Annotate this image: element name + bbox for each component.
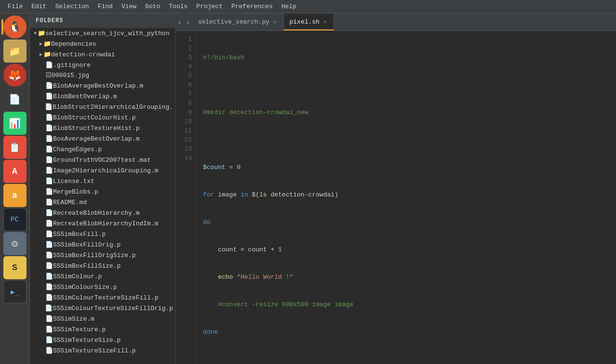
menu-file[interactable]: File — [4, 2, 27, 11]
file-label: BlobBestOverlap.m — [53, 93, 117, 100]
tab-close-selective-search[interactable]: ✕ — [272, 18, 278, 26]
tree-gitignore[interactable]: 📄 .gitignore — [30, 60, 175, 70]
tree-BlobAverageBestOverlap[interactable]: 📄 BlobAverageBestOverlap.m — [30, 80, 175, 91]
taskbar-terminal[interactable]: ▶_ — [3, 280, 27, 303]
tree-detection-crowdai[interactable]: ▶ 📁 detection-crowdai — [30, 49, 175, 60]
menu-view[interactable]: View — [118, 2, 140, 11]
taskbar-software-center[interactable]: A — [3, 160, 27, 183]
taskbar-pycharm[interactable]: PC — [3, 208, 27, 231]
menu-preferences[interactable]: Preferences — [228, 2, 277, 11]
taskbar-amazon[interactable]: a — [3, 184, 27, 207]
menubar: File Edit Selection Find View Goto Tools… — [0, 0, 616, 13]
tree-SSSimBoxFillOrig[interactable]: 📄 SSSimBoxFillOrig.p — [30, 239, 175, 250]
code-line-9: echo "Hello World !" — [203, 273, 610, 282]
taskbar-firefox[interactable]: 🦊 — [3, 64, 27, 87]
tab-next-button[interactable]: › — [184, 13, 192, 30]
file-label: SSSimColourTextureSizeFillOrig.p — [53, 305, 173, 312]
tree-ChangeEdges[interactable]: 📄 ChangeEdges.p — [30, 144, 175, 155]
taskbar-files[interactable]: 📁 — [3, 39, 27, 63]
taskbar-libreoffice-impress[interactable]: 📋 — [3, 136, 27, 159]
tree-SSSimColour[interactable]: 📄 SSSimColour.p — [30, 271, 175, 282]
image-icon: 🖼 — [45, 72, 52, 79]
tab-label-selective-search: selective_search.py — [198, 18, 269, 26]
menu-project[interactable]: Project — [192, 2, 227, 11]
tree-000015jpg[interactable]: 🖼 000015.jpg — [30, 70, 175, 80]
folder-label: Dependencies — [51, 40, 96, 48]
file-icon: 📄 — [45, 262, 53, 270]
file-label: SSSimBoxFill.p — [53, 231, 106, 238]
tab-pixel-sh[interactable]: pixel.sh ✕ — [284, 13, 334, 30]
folder-icon: 📁 — [38, 29, 45, 37]
file-label: BlobAverageBestOverlap.m — [53, 82, 143, 90]
code-content[interactable]: #!/bin/bash #mkdir detection-crowdai_new… — [197, 31, 616, 364]
code-line-12 — [203, 355, 610, 364]
tree-BlobStructColourHist[interactable]: 📄 BlobStructColourHist.p — [30, 112, 175, 123]
tab-selective-search[interactable]: selective_search.py ✕ — [192, 13, 284, 30]
file-icon: 📄 — [45, 294, 53, 301]
tree-SSSimColourSize[interactable]: 📄 SSSimColourSize.p — [30, 282, 175, 292]
folder-icon: 📁 — [43, 51, 51, 58]
menu-goto[interactable]: Goto — [141, 2, 164, 11]
taskbar-libreoffice-calc[interactable]: 📊 — [3, 112, 27, 135]
tree-README[interactable]: 📄 README.md — [30, 197, 175, 208]
tree-SSSimSize[interactable]: 📄 SSSimSize.m — [30, 313, 175, 324]
file-icon: 📄 — [45, 220, 53, 227]
tree-SSSimBoxFillOrigSize[interactable]: 📄 SSSimBoxFillOrigSize.p — [30, 250, 175, 260]
sidebar-header: FOLDERS — [30, 13, 175, 28]
tab-bar: ‹ › selective_search.py ✕ pixel.sh ✕ — [175, 13, 616, 31]
file-icon: 📄 — [45, 61, 53, 69]
menu-tools[interactable]: Tools — [165, 2, 191, 11]
tree-dependencies[interactable]: ▶ 📁 Dependencies — [30, 39, 175, 49]
tree-root-folder[interactable]: ▼ 📁 selective_search_ijcv_with_python — [30, 28, 175, 39]
taskbar-libreoffice-writer[interactable]: 📄 — [3, 88, 27, 111]
tree-SSSimTextureSize[interactable]: 📄 SSSimTextureSize.p — [30, 335, 175, 345]
file-label: README.md — [53, 199, 87, 206]
tree-RecreateBlobHierarchy[interactable]: 📄 RecreateBlobHierarchy.m — [30, 208, 175, 218]
file-label: ChangeEdges.p — [53, 146, 102, 153]
tree-SSSimColourTextureSizeFillOrig[interactable]: 📄 SSSimColourTextureSizeFillOrig.p — [30, 303, 175, 313]
taskbar: 🐧 📁 🦊 📄 📊 📋 A a PC ⚙ S ▶_ — [0, 13, 30, 364]
file-icon: 📄 — [45, 304, 53, 312]
tree-GroundTruthVOC[interactable]: 📄 GroundTruthVOC2007test.mat — [30, 155, 175, 165]
file-icon: 📄 — [45, 103, 53, 111]
tab-label-pixel-sh: pixel.sh — [290, 18, 320, 26]
tree-BoxAverageBestOverlap[interactable]: 📄 BoxAverageBestOverlap.m — [30, 133, 175, 144]
taskbar-ubuntu[interactable]: 🐧 — [3, 15, 27, 39]
tree-Image2Hierarchical[interactable]: 📄 Image2HierarchicalGrouping.m — [30, 165, 175, 176]
expand-arrow: ▶ — [40, 52, 42, 57]
tree-BlobStructTextureHist[interactable]: 📄 BlobStructTextureHist.p — [30, 123, 175, 133]
editor-area: ‹ › selective_search.py ✕ pixel.sh ✕ 1 2… — [175, 13, 616, 364]
tree-SSSimTexture[interactable]: 📄 SSSimTexture.p — [30, 324, 175, 335]
tree-License[interactable]: 📄 License.txt — [30, 176, 175, 186]
code-line-1: #!/bin/bash — [203, 53, 610, 62]
code-line-2 — [203, 80, 610, 90]
tab-close-pixel-sh[interactable]: ✕ — [322, 18, 328, 26]
folder-label: selective_search_ijcv_with_python — [45, 30, 169, 37]
file-label: GroundTruthVOC2007test.mat — [53, 156, 151, 164]
file-label: Image2HierarchicalGrouping.m — [53, 167, 158, 174]
file-label: SSSimColour.p — [53, 273, 102, 280]
tree-SSSimBoxFillSize[interactable]: 📄 SSSimBoxFillSize.p — [30, 260, 175, 271]
file-label: 000015.jpg — [52, 72, 89, 79]
code-editor[interactable]: 1 2 3 4 5 6 7 8 9 10 11 12 13 14 #!/bin/… — [175, 31, 616, 364]
menu-help[interactable]: Help — [278, 2, 300, 11]
menu-edit[interactable]: Edit — [27, 2, 50, 11]
file-label: SSSimColourSize.p — [53, 284, 117, 291]
menu-find[interactable]: Find — [94, 2, 117, 11]
tab-prev-button[interactable]: ‹ — [175, 13, 184, 30]
file-label: SSSimTextureSize.p — [53, 337, 121, 344]
tree-SSSimColourTextureSizeFill[interactable]: 📄 SSSimColourTextureSizeFill.p — [30, 292, 175, 303]
file-label: SSSimBoxFillOrigSize.p — [53, 252, 136, 259]
tree-SSSimBoxFill[interactable]: 📄 SSSimBoxFill.p — [30, 229, 175, 239]
menu-selection[interactable]: Selection — [51, 2, 93, 11]
code-line-3: #mkdir detection-crowdai_new — [203, 108, 610, 117]
taskbar-settings[interactable]: ⚙ — [3, 232, 27, 255]
taskbar-sketch[interactable]: S — [3, 256, 27, 279]
tree-SSSimTextureSizeFill[interactable]: 📄 SSSimTextureSizeFill.p — [30, 345, 175, 356]
tree-BlobStruct2Hierarchical[interactable]: 📄 BlobStruct2HierarchicalGrouping. — [30, 102, 175, 112]
tree-BlobBestOverlap[interactable]: 📄 BlobBestOverlap.m — [30, 91, 175, 102]
file-label: SSSimSize.m — [53, 315, 94, 323]
code-line-11: done — [203, 327, 610, 337]
tree-RecreateBlobHierarchyIndIm[interactable]: 📄 RecreateBlobHierarchyIndIm.m — [30, 218, 175, 229]
tree-MergeBlobs[interactable]: 📄 MergeBlobs.p — [30, 186, 175, 197]
